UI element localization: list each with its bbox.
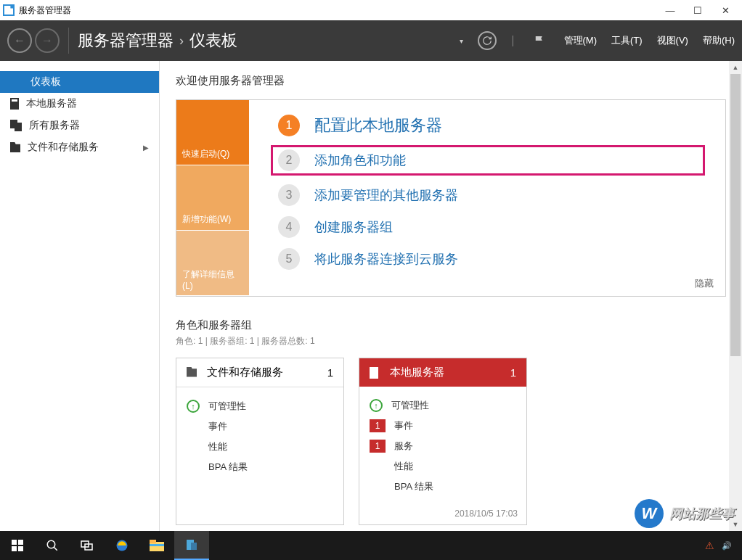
tray-network-icon[interactable]: ⚠: [705, 540, 714, 551]
window-title: 服务器管理器: [19, 4, 71, 17]
sidebar: 仪表板 本地服务器 所有服务器 文件和存储服务 ▶: [0, 61, 160, 531]
svg-rect-3: [18, 546, 23, 551]
taskbar-ie-icon[interactable]: [105, 531, 139, 560]
tile-header: 本地服务器 1: [359, 358, 526, 387]
groups-title: 角色和服务器组: [176, 318, 726, 332]
step-create-group[interactable]: 4 创建服务器组: [278, 216, 704, 238]
sidebar-item-label: 本地服务器: [26, 97, 77, 110]
close-button[interactable]: ✕: [720, 5, 730, 15]
tab-learnmore[interactable]: 了解详细信息(L): [176, 231, 249, 296]
server-icon: [370, 367, 383, 379]
files-icon: [187, 367, 200, 379]
tile-row-events[interactable]: 1事件: [370, 416, 516, 436]
menu-manage[interactable]: 管理(M): [564, 34, 598, 47]
tile-header: 文件和存储服务 1: [176, 358, 343, 387]
sidebar-item-all-servers[interactable]: 所有服务器: [0, 115, 159, 136]
tab-whatsnew[interactable]: 新增功能(W): [176, 165, 249, 231]
tile-row-bpa[interactable]: BPA 结果: [187, 457, 333, 477]
step-number: 2: [278, 149, 300, 171]
start-button[interactable]: [0, 531, 35, 560]
dashboard-icon: [10, 77, 23, 87]
step-label: 配置此本地服务器: [314, 115, 442, 136]
step-number: 3: [278, 184, 300, 206]
svg-rect-10: [150, 544, 164, 546]
step-add-servers[interactable]: 3 添加要管理的其他服务器: [278, 184, 704, 206]
scroll-up-icon[interactable]: ▲: [729, 61, 742, 74]
step-configure-server[interactable]: 1 配置此本地服务器: [278, 115, 704, 136]
scrollbar-thumb[interactable]: [730, 74, 741, 356]
maximize-button[interactable]: ☐: [693, 5, 703, 15]
hide-link[interactable]: 隐藏: [695, 277, 714, 290]
tile-count: 1: [510, 366, 516, 379]
tile-file-storage[interactable]: 文件和存储服务 1 可管理性 事件 性能 BPA 结果: [176, 358, 344, 525]
chevron-right-icon: ›: [179, 33, 184, 49]
welcome-tabs: 快速启动(Q) 新增功能(W) 了解详细信息(L): [176, 100, 249, 296]
quickstart-steps: 1 配置此本地服务器 2 添加角色和功能 3 添加要管理的其他服务器 4 创建服…: [249, 100, 725, 296]
status-ok-icon: [370, 399, 383, 412]
chevron-right-icon: ▶: [143, 144, 149, 152]
breadcrumb: 服务器管理器 › 仪表板: [78, 30, 237, 52]
svg-point-4: [47, 540, 55, 548]
taskbar: ⚠ 🔊: [0, 531, 742, 560]
menu-help[interactable]: 帮助(H): [703, 34, 735, 47]
breadcrumb-app[interactable]: 服务器管理器: [78, 30, 174, 52]
flag-icon[interactable]: [529, 30, 550, 51]
breadcrumb-page[interactable]: 仪表板: [189, 30, 237, 52]
step-add-roles[interactable]: 2 添加角色和功能: [272, 147, 704, 174]
alert-badge: 1: [370, 419, 386, 432]
sidebar-item-label: 文件和存储服务: [28, 141, 99, 154]
step-label: 将此服务器连接到云服务: [314, 250, 458, 268]
app-header: ← → 服务器管理器 › 仪表板 ▾ | 管理(M) 工具(T) 视图(V) 帮…: [0, 20, 742, 61]
status-ok-icon: [187, 400, 200, 413]
tile-local-server[interactable]: 本地服务器 1 可管理性 1事件 1服务 性能 BPA 结果 2018/10/5…: [359, 358, 527, 525]
dropdown-caret-icon[interactable]: ▾: [460, 37, 463, 45]
nav-back-button[interactable]: ←: [7, 28, 32, 53]
tile-timestamp: 2018/10/5 17:03: [359, 506, 526, 524]
main-content: 欢迎使用服务器管理器 快速启动(Q) 新增功能(W) 了解详细信息(L) 1 配…: [160, 61, 742, 531]
svg-rect-12: [191, 543, 197, 550]
taskbar-explorer-icon[interactable]: [139, 531, 174, 560]
app-icon: [3, 4, 15, 16]
files-icon: [10, 142, 20, 152]
watermark-logo: W: [635, 499, 664, 528]
welcome-heading: 欢迎使用服务器管理器: [176, 74, 726, 88]
svg-rect-9: [150, 540, 156, 543]
tile-title: 本地服务器: [390, 366, 503, 379]
welcome-panel: 快速启动(Q) 新增功能(W) 了解详细信息(L) 1 配置此本地服务器 2 添…: [176, 99, 726, 297]
search-icon[interactable]: [35, 531, 70, 560]
nav-forward-button[interactable]: →: [35, 28, 60, 53]
step-label: 创建服务器组: [314, 218, 393, 236]
tile-row-bpa[interactable]: BPA 结果: [370, 477, 516, 497]
sidebar-item-local-server[interactable]: 本地服务器: [0, 93, 159, 115]
tile-row-services[interactable]: 1服务: [370, 436, 516, 456]
svg-rect-0: [12, 540, 17, 545]
tile-count: 1: [327, 366, 333, 379]
taskbar-server-manager-icon[interactable]: [174, 531, 209, 560]
sidebar-item-dashboard[interactable]: 仪表板: [0, 71, 159, 93]
refresh-icon[interactable]: [478, 31, 497, 50]
step-label: 添加角色和功能: [314, 152, 406, 169]
tab-quickstart[interactable]: 快速启动(Q): [176, 100, 249, 165]
minimize-button[interactable]: —: [665, 5, 675, 15]
alert-badge: 1: [370, 440, 386, 453]
groups-subtitle: 角色: 1 | 服务器组: 1 | 服务器总数: 1: [176, 335, 726, 347]
tile-row-performance[interactable]: 性能: [187, 437, 333, 457]
step-connect-cloud[interactable]: 5 将此服务器连接到云服务: [278, 248, 704, 270]
tray-volume-icon[interactable]: 🔊: [722, 541, 732, 551]
svg-rect-1: [18, 540, 23, 545]
window-titlebar: 服务器管理器 — ☐ ✕: [0, 0, 742, 20]
sidebar-item-label: 仪表板: [30, 75, 61, 88]
step-number: 5: [278, 248, 300, 270]
vertical-scrollbar[interactable]: ▲ ▼: [729, 61, 742, 531]
divider: [68, 28, 69, 54]
menu-view[interactable]: 视图(V): [657, 34, 688, 47]
tile-row-events[interactable]: 事件: [187, 416, 333, 437]
sidebar-item-file-storage[interactable]: 文件和存储服务 ▶: [0, 136, 159, 158]
tile-row-manageability[interactable]: 可管理性: [370, 395, 516, 416]
tile-row-manageability[interactable]: 可管理性: [187, 396, 333, 416]
step-number: 4: [278, 216, 300, 238]
divider: |: [511, 34, 514, 47]
menu-tools[interactable]: 工具(T): [611, 34, 643, 47]
task-view-icon[interactable]: [70, 531, 105, 560]
tile-row-performance[interactable]: 性能: [370, 456, 516, 477]
